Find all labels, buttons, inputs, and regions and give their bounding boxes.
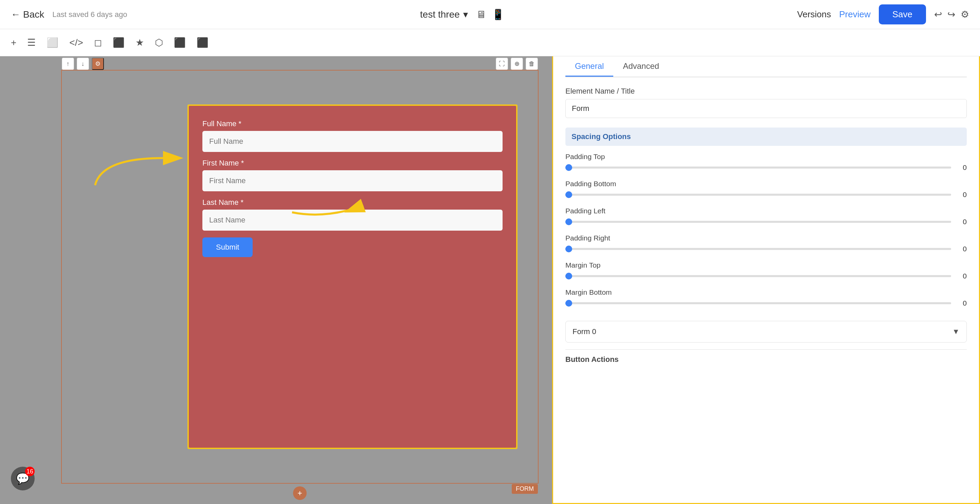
full-name-input[interactable] bbox=[202, 131, 503, 152]
save-button[interactable]: Save bbox=[879, 5, 926, 24]
margin-top-row: Margin Top 0 bbox=[565, 261, 967, 280]
margin-bottom-label: Margin Bottom bbox=[565, 288, 967, 296]
tab-general[interactable]: General bbox=[565, 57, 613, 77]
grid-icon[interactable]: ⬛ bbox=[174, 37, 186, 48]
form-icon[interactable]: ◻ bbox=[94, 37, 102, 48]
redo-button[interactable]: ↪ bbox=[947, 9, 955, 20]
padding-right-value: 0 bbox=[956, 245, 967, 253]
margin-bottom-thumb[interactable] bbox=[565, 300, 572, 307]
element-name-input[interactable] bbox=[565, 99, 967, 118]
canvas-right-controls: ⛶ ⊕ 🗑 bbox=[496, 58, 538, 70]
chevron-down-icon: ▾ bbox=[463, 9, 468, 20]
padding-left-value: 0 bbox=[956, 218, 967, 226]
top-bar-center: test three ▾ 🖥 📱 bbox=[420, 8, 504, 21]
copy-button[interactable]: ⊕ bbox=[511, 58, 523, 70]
padding-left-slider-row: 0 bbox=[565, 218, 967, 226]
last-name-label: Last Name * bbox=[202, 198, 503, 207]
first-name-field-group: First Name * bbox=[202, 159, 503, 191]
form-dropdown[interactable]: Form 0 ▼ bbox=[565, 321, 967, 342]
padding-bottom-track bbox=[565, 194, 951, 196]
panel-tabs: General Advanced bbox=[565, 57, 967, 77]
canvas-element-wrapper: ↑ ↓ ⚙ ⛶ ⊕ 🗑 Full Name * First Name * Las… bbox=[61, 70, 539, 483]
margin-top-thumb[interactable] bbox=[565, 273, 572, 279]
first-name-label: First Name * bbox=[202, 159, 503, 168]
layers-icon[interactable]: ☰ bbox=[27, 37, 36, 48]
last-name-input[interactable] bbox=[202, 209, 503, 231]
project-name-label: test three bbox=[420, 9, 460, 20]
notification-count: 16 bbox=[25, 467, 35, 476]
first-name-input[interactable] bbox=[202, 170, 503, 191]
padding-right-thumb[interactable] bbox=[565, 246, 572, 252]
dropdown-arrow-icon: ▼ bbox=[952, 327, 959, 336]
delete-button[interactable]: 🗑 bbox=[526, 58, 538, 70]
add-section-button[interactable]: + bbox=[293, 487, 307, 500]
padding-top-value: 0 bbox=[956, 163, 967, 172]
margin-top-track bbox=[565, 275, 951, 277]
submit-button[interactable]: Submit bbox=[202, 238, 253, 257]
code-icon[interactable]: </> bbox=[69, 37, 83, 48]
undo-redo-group: ↩ ↪ ⚙ bbox=[934, 9, 969, 20]
fullscreen-button[interactable]: ⛶ bbox=[496, 58, 508, 70]
padding-bottom-row: Padding Bottom 0 bbox=[565, 180, 967, 199]
canvas-controls: ↑ ↓ ⚙ bbox=[62, 58, 104, 70]
move-down-button[interactable]: ↓ bbox=[77, 58, 89, 70]
pages-icon[interactable]: ⬜ bbox=[46, 37, 59, 48]
preview-button[interactable]: Preview bbox=[839, 9, 870, 20]
right-panel: Form ✕ General Advanced Element Name / T… bbox=[552, 29, 980, 504]
top-bar-left: ← Back Last saved 6 days ago bbox=[11, 9, 127, 20]
margin-top-label: Margin Top bbox=[565, 261, 967, 269]
versions-button[interactable]: Versions bbox=[797, 9, 831, 20]
back-button[interactable]: ← Back bbox=[11, 9, 44, 20]
top-bar: ← Back Last saved 6 days ago test three … bbox=[0, 0, 980, 29]
add-element-icon[interactable]: + bbox=[11, 37, 16, 48]
padding-top-thumb[interactable] bbox=[565, 164, 572, 171]
element-name-label: Element Name / Title bbox=[565, 87, 967, 96]
desktop-icon[interactable]: 🖥 bbox=[476, 8, 486, 21]
margin-bottom-track bbox=[565, 302, 951, 304]
full-name-label: Full Name * bbox=[202, 119, 503, 128]
padding-top-row: Padding Top 0 bbox=[565, 153, 967, 172]
back-label: Back bbox=[23, 9, 44, 20]
undo-button[interactable]: ↩ bbox=[934, 9, 942, 20]
form-dropdown-wrapper: Form 0 ▼ bbox=[565, 321, 967, 342]
padding-left-label: Padding Left bbox=[565, 207, 967, 215]
toolbar-row: + ☰ ⬜ </> ◻ ⬛ ★ ⬡ ⬛ ⬛ bbox=[0, 29, 980, 56]
margin-top-value: 0 bbox=[956, 272, 967, 280]
device-icons: 🖥 📱 bbox=[476, 8, 504, 21]
margin-bottom-slider-row: 0 bbox=[565, 299, 967, 307]
star-icon[interactable]: ★ bbox=[135, 37, 144, 48]
move-up-button[interactable]: ↑ bbox=[62, 58, 74, 70]
shape-icon[interactable]: ⬡ bbox=[155, 37, 163, 48]
element-name-group: Element Name / Title bbox=[565, 87, 967, 118]
padding-right-slider-row: 0 bbox=[565, 245, 967, 253]
canvas-area: ↑ ↓ ⚙ ⛶ ⊕ 🗑 Full Name * First Name * Las… bbox=[0, 56, 552, 504]
padding-left-thumb[interactable] bbox=[565, 219, 572, 225]
project-name-button[interactable]: test three ▾ bbox=[420, 9, 468, 20]
padding-right-track bbox=[565, 248, 951, 250]
more-options-button[interactable]: ⚙ bbox=[961, 9, 969, 20]
notification-badge[interactable]: 💬 16 bbox=[11, 467, 35, 490]
export-icon[interactable]: ⬛ bbox=[197, 37, 208, 48]
element-settings-button[interactable]: ⚙ bbox=[92, 58, 104, 70]
tablet-icon[interactable]: 📱 bbox=[492, 8, 504, 21]
last-saved-text: Last saved 6 days ago bbox=[52, 10, 127, 19]
padding-bottom-label: Padding Bottom bbox=[565, 180, 967, 188]
spacing-section-header: Spacing Options bbox=[565, 128, 967, 146]
margin-bottom-row: Margin Bottom 0 bbox=[565, 288, 967, 307]
top-bar-right: Versions Preview Save ↩ ↪ ⚙ bbox=[797, 5, 969, 24]
margin-bottom-value: 0 bbox=[956, 299, 967, 307]
media-icon[interactable]: ⬛ bbox=[113, 37, 125, 48]
tab-advanced[interactable]: Advanced bbox=[613, 57, 668, 77]
padding-bottom-thumb[interactable] bbox=[565, 191, 572, 198]
back-arrow-icon: ← bbox=[11, 9, 21, 20]
padding-left-row: Padding Left 0 bbox=[565, 207, 967, 226]
full-name-field-group: Full Name * bbox=[202, 119, 503, 152]
padding-bottom-slider-row: 0 bbox=[565, 190, 967, 199]
padding-left-track bbox=[565, 221, 951, 223]
panel-body: Element Name / Title Spacing Options Pad… bbox=[553, 77, 979, 373]
last-name-field-group: Last Name * bbox=[202, 198, 503, 231]
form-container: Full Name * First Name * Last Name * Sub… bbox=[189, 106, 516, 448]
padding-top-slider-row: 0 bbox=[565, 163, 967, 172]
form-label-tag: FORM bbox=[512, 484, 538, 494]
button-actions-label: Button Actions bbox=[565, 355, 967, 364]
